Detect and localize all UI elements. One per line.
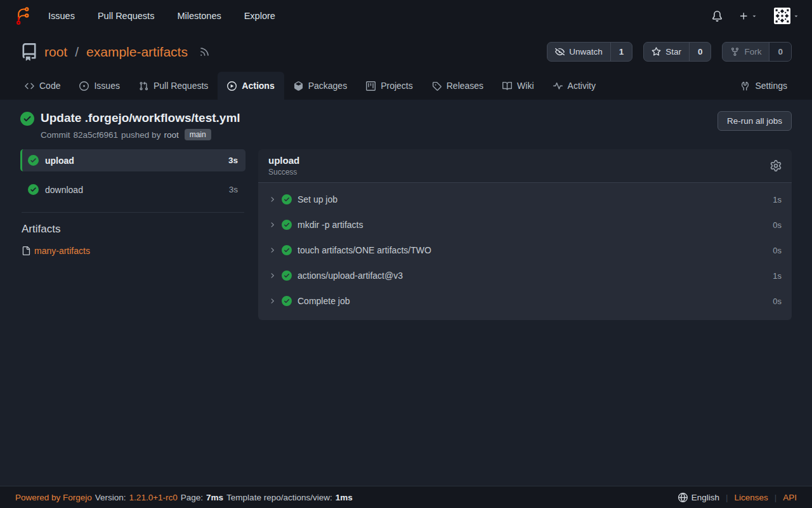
artifacts-heading: Artifacts (22, 223, 244, 236)
language-label: English (691, 493, 719, 502)
template-label: Template repo/actions/view: (226, 493, 332, 502)
tab-actions[interactable]: Actions (218, 72, 284, 100)
success-check-icon (282, 194, 292, 204)
chevron-right-icon (268, 221, 276, 229)
repo-icon (20, 43, 38, 61)
star-label: Star (665, 47, 681, 57)
fork-count[interactable]: 0 (769, 43, 791, 61)
success-check-icon (20, 112, 34, 126)
tab-wiki[interactable]: Wiki (493, 72, 543, 100)
licenses-link[interactable]: Licenses (734, 493, 768, 502)
fork-label: Fork (744, 47, 761, 57)
tab-releases[interactable]: Releases (422, 72, 493, 100)
tab-activity[interactable]: Activity (544, 72, 605, 100)
template-time: 1ms (336, 493, 353, 502)
step-name: Set up job (298, 194, 337, 204)
file-icon (22, 246, 30, 255)
tab-label: Issues (94, 81, 119, 91)
repo-tabs: Code Issues Pull Requests Actions Packag… (0, 72, 812, 100)
tab-settings[interactable]: Settings (731, 72, 797, 100)
footer-right: English | Licenses | API (678, 493, 797, 502)
step-row-mkdir[interactable]: mkdir -p artifacts 0s (258, 212, 792, 237)
job-duration: 3s (228, 156, 238, 165)
powered-by-link[interactable]: Powered by Forgejo (15, 493, 92, 502)
job-detail-status: Success (268, 168, 299, 177)
forgejo-logo-icon[interactable] (13, 6, 32, 25)
job-row-upload[interactable]: upload 3s (20, 149, 246, 171)
step-row-complete-job[interactable]: Complete job 0s (258, 288, 792, 314)
tab-label: Packages (308, 81, 347, 91)
star-button[interactable]: Star 0 (643, 42, 711, 62)
notifications-bell-icon[interactable] (712, 11, 723, 22)
unwatch-button[interactable]: Unwatch 1 (547, 42, 632, 62)
version-link[interactable]: 1.21.0+1-rc0 (129, 493, 178, 502)
success-check-icon (28, 155, 39, 166)
rss-icon[interactable] (199, 46, 210, 57)
nav-item-milestones[interactable]: Milestones (177, 11, 221, 21)
job-detail-header: upload Success (258, 149, 792, 183)
step-name: Complete job (298, 296, 350, 306)
avatar (774, 8, 790, 24)
repo-header: root / example-artifacts Unwatch 1 Star (0, 32, 812, 65)
tab-label: Projects (381, 81, 413, 91)
pusher-link[interactable]: root (164, 130, 178, 140)
pull-request-icon (139, 81, 148, 91)
tab-projects[interactable]: Projects (357, 72, 422, 100)
star-icon (652, 47, 661, 57)
step-row-touch[interactable]: touch artifacts/ONE artifacts/TWO 0s (258, 237, 792, 263)
branch-badge[interactable]: main (185, 129, 211, 140)
repo-owner-link[interactable]: root (44, 44, 67, 60)
watch-count[interactable]: 1 (610, 43, 632, 61)
tab-label: Activity (568, 81, 596, 91)
tab-packages[interactable]: Packages (284, 72, 357, 100)
success-check-icon (282, 245, 292, 255)
step-duration: 1s (773, 195, 782, 204)
job-detail-panel: upload Success Set up job 1s mkdir -p ar… (258, 149, 792, 320)
footer: Powered by Forgejo Version: 1.21.0+1-rc0… (0, 486, 812, 508)
repo-title: root / example-artifacts (20, 43, 210, 61)
chevron-down-icon (751, 13, 757, 19)
tab-pull-requests[interactable]: Pull Requests (129, 72, 218, 100)
navbar: Issues Pull Requests Milestones Explore (0, 0, 812, 32)
success-check-icon (282, 271, 292, 281)
issue-icon (79, 81, 89, 91)
commit-sha[interactable]: 82a5cf6961 (74, 130, 119, 140)
chevron-right-icon (268, 246, 276, 254)
tools-icon (740, 81, 750, 91)
run-commit-line: Commit 82a5cf6961 pushed by root main (41, 129, 240, 140)
language-selector[interactable]: English (678, 493, 719, 502)
chevron-right-icon (268, 297, 276, 305)
project-icon (366, 81, 376, 91)
repo-name-link[interactable]: example-artifacts (86, 44, 188, 60)
nav-item-explore[interactable]: Explore (244, 11, 275, 21)
user-menu-button[interactable] (774, 8, 799, 24)
footer-divider: | (775, 493, 777, 502)
artifact-link[interactable]: many-artifacts (34, 246, 90, 256)
nav-item-pull-requests[interactable]: Pull Requests (98, 11, 154, 21)
pushed-by-label: pushed by (121, 130, 160, 140)
nav-item-issues[interactable]: Issues (48, 11, 75, 21)
jobs-sidebar: upload 3s download 3s Artifacts many-art… (20, 149, 246, 256)
artifact-item[interactable]: many-artifacts (22, 246, 244, 256)
tab-issues[interactable]: Issues (70, 72, 129, 100)
fork-button[interactable]: Fork 0 (722, 42, 792, 62)
step-name: touch artifacts/ONE artifacts/TWO (298, 245, 431, 255)
steps-list: Set up job 1s mkdir -p artifacts 0s touc… (258, 183, 792, 320)
step-duration: 0s (773, 246, 782, 255)
unwatch-label: Unwatch (569, 47, 603, 57)
plus-icon (739, 11, 749, 21)
api-link[interactable]: API (783, 493, 797, 502)
book-icon (502, 81, 512, 91)
site-header: Issues Pull Requests Milestones Explore (0, 0, 812, 100)
step-row-upload-artifact[interactable]: actions/upload-artifact@v3 1s (258, 263, 792, 288)
footer-left: Powered by Forgejo Version: 1.21.0+1-rc0… (15, 493, 353, 502)
create-menu-button[interactable] (739, 11, 757, 21)
chevron-right-icon (268, 272, 276, 279)
job-row-download[interactable]: download 3s (20, 178, 246, 201)
play-circle-icon (227, 81, 237, 91)
star-count[interactable]: 0 (689, 43, 711, 61)
tab-code[interactable]: Code (15, 72, 70, 100)
gear-icon[interactable] (770, 160, 782, 171)
step-row-set-up-job[interactable]: Set up job 1s (258, 187, 792, 212)
rerun-all-jobs-button[interactable]: Re-run all jobs (717, 111, 792, 131)
